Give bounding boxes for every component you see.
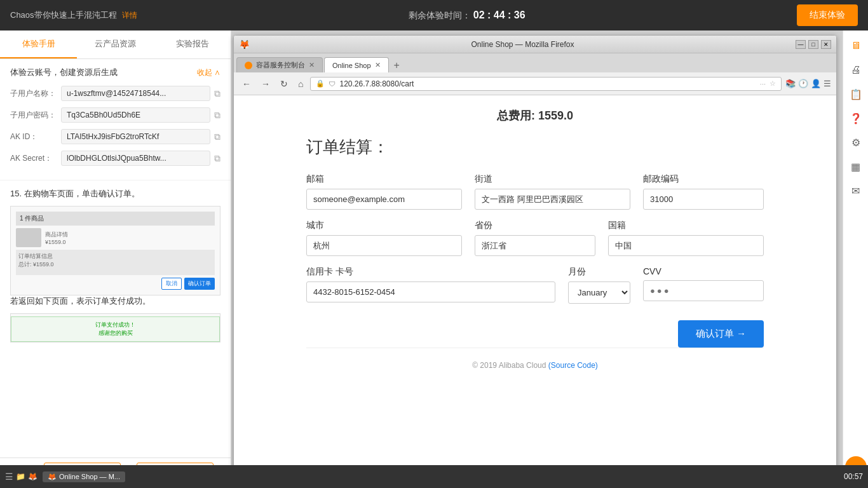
sidebar-icon-printer[interactable]: 🖨 <box>846 60 866 80</box>
form-group-street: 街道 <box>475 173 630 210</box>
tab-report[interactable]: 实验报告 <box>154 30 231 58</box>
tab-manual[interactable]: 体验手册 <box>0 30 77 58</box>
minimize-button[interactable]: — <box>796 40 806 49</box>
card-input[interactable] <box>306 281 555 302</box>
browser-content: 总费用: 1559.0 订单结算： 邮箱 街道 邮政编码 <box>234 95 836 484</box>
mini-item-image <box>16 228 41 247</box>
close-button[interactable]: ✕ <box>821 40 831 49</box>
detail-link[interactable]: 详情 <box>122 10 137 21</box>
shop-content: 总费用: 1559.0 订单结算： 邮箱 街道 邮政编码 <box>281 95 789 383</box>
timer-value: 02 : 44 : 36 <box>473 10 526 20</box>
address-text: 120.26.7.88:8080/cart <box>339 79 756 88</box>
country-label: 国籍 <box>608 220 764 231</box>
email-input[interactable] <box>306 189 462 210</box>
credentials-section: 体验云账号，创建资源后生成 收起 ∧ 子用户名称： u-1wszftmv@145… <box>0 59 231 180</box>
menu-button[interactable]: ☰ <box>824 79 831 88</box>
right-sidebar: 🖥 🖨 📋 ❓ ⚙ ▦ ✉ ✏ <box>843 30 868 488</box>
bookmarks-button[interactable]: 📚 <box>785 79 796 88</box>
tab-resources[interactable]: 云产品资源 <box>77 30 154 58</box>
zip-label: 邮政编码 <box>643 173 764 185</box>
tab-label-shop: Online Shop <box>332 62 371 69</box>
sidebar-icon-grid[interactable]: ▦ <box>846 156 866 177</box>
taskbar-system-icons: ☰ 📁 🦊 <box>5 471 37 482</box>
taskbar-browser-item[interactable]: 🦊 Online Shop — M... <box>43 471 125 482</box>
tab-close-shop[interactable]: ✕ <box>375 61 381 69</box>
address-bar[interactable]: 🔒 🛡 120.26.7.88:8080/cart ··· ☆ <box>310 77 782 91</box>
tab-container-console[interactable]: 容器服务控制台 ✕ <box>236 57 323 72</box>
month-select[interactable]: January <box>568 281 630 304</box>
copy-password-icon[interactable]: ⧉ <box>214 110 220 121</box>
credentials-title: 体验云账号，创建资源后生成 <box>10 67 118 78</box>
new-tab-button[interactable]: + <box>390 58 403 72</box>
mini-cart: 1 件商品 商品详情¥1559.0 订单结算信息总计: ¥1559.0 取消 确… <box>11 207 220 295</box>
back-button[interactable]: ← <box>239 78 254 90</box>
home-button[interactable]: ⌂ <box>295 78 306 90</box>
footer: © 2019 Alibaba Cloud (Source Code) <box>306 348 764 370</box>
collapse-button[interactable]: 收起 ∧ <box>197 67 220 78</box>
browser-toolbar: ← → ↻ ⌂ 🔒 🛡 120.26.7.88:8080/cart ··· ☆ … <box>234 72 836 95</box>
aksecret-value: lOlbDHGLOtlsiJQpua5Bhtw... <box>61 151 210 166</box>
tab-close-console[interactable]: ✕ <box>309 61 315 69</box>
confirm-order-button[interactable]: 确认订单 → <box>678 320 764 348</box>
mini-buttons: 取消 确认订单 <box>16 278 215 290</box>
street-label: 街道 <box>475 173 630 185</box>
reload-button[interactable]: ↻ <box>277 78 291 90</box>
email-label: 邮箱 <box>306 173 462 185</box>
username-value: u-1wszftmv@14524718544... <box>61 86 210 101</box>
form-group-card: 信用卡 卡号 <box>306 266 555 304</box>
step-text: 在购物车页面，单击确认订单。 <box>24 189 140 198</box>
copy-akid-icon[interactable]: ⧉ <box>214 132 220 142</box>
form-row-2: 城市 省份 国籍 <box>306 220 764 256</box>
sidebar-icon-calendar[interactable]: 📋 <box>846 84 866 104</box>
tab-online-shop[interactable]: Online Shop ✕ <box>324 57 389 72</box>
password-value: Tq3Ca5Bh0Ud5Dh6E <box>61 107 210 123</box>
end-experience-button[interactable]: 结束体验 <box>797 4 858 26</box>
password-label: 子用户密码： <box>10 110 61 121</box>
mini-success-content: 订单支付成功！感谢您的购买 <box>11 316 220 342</box>
city-input[interactable] <box>306 235 462 256</box>
step-section: 15. 在购物车页面，单击确认订单。 1 件商品 商品详情¥1559.0 订单结… <box>0 180 231 350</box>
form-group-province: 省份 <box>475 220 595 256</box>
credential-row-username: 子用户名称： u-1wszftmv@14524718544... ⧉ <box>10 86 220 101</box>
taskbar-files-icon[interactable]: 📁 <box>16 472 25 481</box>
sidebar-icon-monitor[interactable]: 🖥 <box>846 36 866 56</box>
taskbar-menu-icon[interactable]: ☰ <box>5 471 13 482</box>
copy-aksecret-icon[interactable]: ⧉ <box>214 153 220 164</box>
sidebar-icon-question[interactable]: ❓ <box>846 108 866 128</box>
mini-confirm-button[interactable]: 确认订单 <box>184 278 215 290</box>
history-button[interactable]: 🕐 <box>798 79 808 88</box>
left-panel: 体验手册 云产品资源 实验报告 体验云账号，创建资源后生成 收起 ∧ 子用户名称… <box>0 30 231 488</box>
browser-window: 🦊 Online Shop — Mozilla Firefox — □ ✕ 容器… <box>233 35 837 484</box>
account-button[interactable]: 👤 <box>811 79 821 88</box>
top-bar-left: Chaos带你快速上手混沌工程 详情 <box>10 10 137 21</box>
cvv-input[interactable] <box>643 280 764 301</box>
timer-section: 剩余体验时间： 02 : 44 : 36 <box>409 10 526 22</box>
maximize-button[interactable]: □ <box>808 40 818 49</box>
cvv-label: CVV <box>643 266 764 276</box>
forward-button[interactable]: → <box>258 78 273 90</box>
akid-label: AK ID： <box>10 132 61 142</box>
credential-row-password: 子用户密码： Tq3Ca5Bh0Ud5Dh6E ⧉ <box>10 107 220 123</box>
mini-screenshot: 1 件商品 商品详情¥1559.0 订单结算信息总计: ¥1559.0 取消 确… <box>10 206 220 295</box>
province-input[interactable] <box>475 235 595 256</box>
sidebar-icon-mail[interactable]: ✉ <box>846 180 866 201</box>
section-header: 体验云账号，创建资源后生成 收起 ∧ <box>10 67 220 78</box>
chaos-title: Chaos带你快速上手混沌工程 <box>10 10 117 21</box>
mini-item-text: 商品详情¥1559.0 <box>45 231 68 245</box>
copy-username-icon[interactable]: ⧉ <box>214 88 220 99</box>
left-tabs: 体验手册 云产品资源 实验报告 <box>0 30 231 59</box>
sidebar-icon-settings[interactable]: ⚙ <box>846 132 866 152</box>
browser-title: Online Shop — Mozilla Firefox <box>250 40 796 49</box>
zip-input[interactable] <box>643 189 764 210</box>
footer-text: © 2019 Alibaba Cloud <box>472 361 548 370</box>
taskbar-browser-favicon: 🦊 <box>48 473 57 481</box>
street-input[interactable] <box>475 189 630 210</box>
tab-favicon-console <box>245 62 252 69</box>
source-code-link[interactable]: (Source Code) <box>548 361 598 370</box>
tab-label-console: 容器服务控制台 <box>256 60 305 70</box>
browser-tabs: 容器服务控制台 ✕ Online Shop ✕ + <box>234 53 836 72</box>
country-input[interactable] <box>608 235 764 256</box>
mini-cancel-button[interactable]: 取消 <box>161 278 182 290</box>
form-group-city: 城市 <box>306 220 462 256</box>
taskbar-firefox-icon[interactable]: 🦊 <box>28 472 37 481</box>
